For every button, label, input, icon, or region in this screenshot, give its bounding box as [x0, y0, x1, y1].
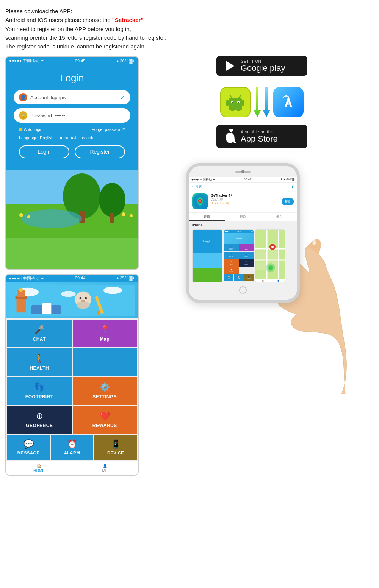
- arrow-dividers: [251, 87, 273, 117]
- banner-svg: [9, 284, 135, 317]
- play-triangle-svg: [224, 60, 236, 72]
- tab-review[interactable]: 评论: [225, 213, 261, 221]
- intro-line2-prefix: Android and IOS users please choose the: [5, 17, 112, 23]
- mini-alarm: ⏰ALM: [234, 274, 243, 281]
- svg-point-33: [238, 102, 239, 103]
- menu-item-device[interactable]: 📱 DEVICE: [94, 435, 137, 460]
- svg-rect-53: [268, 251, 277, 259]
- map-nav-me: 👤: [271, 279, 285, 282]
- forget-password-link[interactable]: Forget password?: [92, 127, 125, 132]
- svg-point-14: [61, 291, 76, 297]
- menu-item-geofence[interactable]: ⊕ GEOFENCE: [7, 406, 72, 434]
- menu-item-map[interactable]: 📍 Map: [73, 320, 137, 347]
- appstore-badge[interactable]: Available on the App Store: [216, 125, 307, 148]
- appstore-page-content: ●●●● 中国移动 ✦ 09:47 ✦ ● 84%▓ < 搜索 ⬆: [189, 177, 297, 284]
- home-button-circle[interactable]: [239, 286, 247, 294]
- appstore-text: Available on the App Store: [241, 129, 278, 144]
- rewards-heart-icon: ❤️: [100, 411, 110, 421]
- left-column: ●●●●● 中国移动 ✦ 09:45 ● 36% ▓+ Login 👤 Acco…: [5, 56, 139, 476]
- menu-item-health[interactable]: 🚶 HEALTH: [7, 348, 72, 376]
- available-on-label: Available on the: [241, 129, 278, 134]
- phone2-status-time: 09:44: [75, 276, 86, 281]
- svg-marker-28: [226, 61, 235, 71]
- geofence-label: GEOFENCE: [26, 423, 53, 428]
- chat-label: CHAT: [33, 337, 46, 342]
- intro-line2: Android and IOS users please choose the …: [5, 16, 374, 24]
- login-header: Login 👤 Account: lgpnpw ✓ 🔒 Password: ••…: [6, 65, 138, 170]
- tab-related[interactable]: 相关: [261, 213, 297, 221]
- me-nav-label: ME: [102, 469, 108, 473]
- mini-chat: 🎤CHAT: [224, 244, 239, 251]
- user-icon: 👤: [19, 93, 27, 101]
- menu-item-footprint[interactable]: 👣 FOOTPRINT: [7, 377, 72, 405]
- svg-rect-15: [17, 298, 26, 312]
- nature-svg: [6, 170, 138, 238]
- menu-item-message[interactable]: 💬 MESSAGE: [7, 435, 50, 460]
- language-label: Language: English: [19, 136, 53, 140]
- as-tab-bar: 详情 评论 相关: [189, 213, 297, 221]
- google-play-badge[interactable]: GET IT ON Google play: [216, 56, 307, 76]
- nav-me[interactable]: 👤 ME: [72, 461, 138, 475]
- phone2-status-right: ● 35% ▓+: [116, 276, 135, 281]
- menu-grid: 🎤 CHAT 📍 Map 🚶 HEALTH 👣: [6, 318, 138, 435]
- svg-point-24: [85, 297, 87, 299]
- mini-footprint: 👣FOOT: [239, 252, 254, 259]
- phone-menu-frame: ●●●●○ 中国移动 ✦ 09:44 ● 35% ▓+: [5, 274, 139, 476]
- login-options: Auto login Forget password?: [14, 126, 130, 133]
- register-button[interactable]: Register: [75, 145, 125, 158]
- intro-line3: You need to register on the APP before y…: [5, 25, 374, 33]
- mini-nav-me: 👤 ME: [239, 282, 254, 282]
- get-app-button[interactable]: 获取: [282, 198, 294, 205]
- svg-point-8: [27, 215, 30, 218]
- svg-rect-40: [237, 109, 240, 111]
- intro-line5: The register code is unique, cannot be r…: [5, 42, 374, 51]
- setracker-icon-svg: [193, 194, 207, 209]
- as-back-button[interactable]: < 搜索: [192, 184, 202, 189]
- microphone-icon: 🎤: [34, 325, 44, 335]
- svg-point-59: [268, 265, 273, 270]
- tab-detail[interactable]: 详情: [189, 213, 225, 221]
- health-icon: 🚶: [34, 354, 44, 363]
- iphone-camera: [241, 170, 244, 173]
- password-field[interactable]: 🔒 Password: ••••••: [14, 108, 130, 123]
- alarm-label: ALARM: [64, 451, 80, 455]
- home-nav-label: HOME: [33, 469, 45, 473]
- mini-nav: 🏠 HOME 👤 ME: [224, 281, 254, 282]
- app-subtitle: 安全守护›: [211, 197, 279, 201]
- as-status-time: 09:47: [244, 178, 251, 182]
- as-status-left: ●●●● 中国移动 ✦: [191, 178, 215, 182]
- svg-point-9: [122, 212, 125, 216]
- geofence-icon: ⊕: [36, 411, 43, 421]
- app-banner: [6, 282, 138, 318]
- auto-login-dot: [19, 128, 22, 131]
- phone1-status-time: 09:45: [75, 59, 86, 63]
- mini-bottom-row: 💬MSG ⏰ALM 📱DEV: [224, 274, 254, 281]
- login-button[interactable]: Login: [19, 145, 69, 158]
- as-share-icon[interactable]: ⬆: [291, 185, 294, 189]
- menu-item-alarm[interactable]: ⏰ ALARM: [51, 435, 93, 460]
- svg-point-22: [77, 301, 90, 309]
- home-nav-icon: 🏠: [37, 464, 41, 468]
- screenshot-1: Login: [192, 229, 222, 282]
- mini-map: 📍Map: [239, 244, 254, 251]
- app-store-label: App Store: [241, 134, 278, 144]
- svg-rect-20: [42, 303, 51, 314]
- nav-home[interactable]: 🏠 HOME: [6, 461, 72, 475]
- apple-logo-icon: [224, 129, 236, 144]
- svg-marker-42: [263, 87, 270, 117]
- menu-item-rewards[interactable]: ❤️ REWARDS: [73, 406, 137, 434]
- menu-item-chat[interactable]: 🎤 CHAT: [7, 320, 72, 347]
- svg-point-4: [99, 183, 125, 217]
- screenshot-3: 🏠 👤: [255, 229, 285, 282]
- iphone-bottom: [189, 296, 297, 300]
- phone-login-frame: ●●●●● 中国移动 ✦ 09:45 ● 36% ▓+ Login 👤 Acco…: [5, 56, 139, 270]
- map-svg: [255, 230, 285, 282]
- android-robot-svg: [226, 92, 245, 112]
- svg-point-6: [21, 209, 82, 228]
- phone-hand-container: ●●●● 中国移动 ✦ 09:47 ✦ ● 84%▓ < 搜索 ⬆: [163, 159, 360, 394]
- menu-item-settings[interactable]: ⚙️ SETTINGS: [73, 377, 137, 405]
- intro-line4: scanning orenter the 15 letters register…: [5, 33, 374, 42]
- account-field[interactable]: 👤 Account: lgpnpw ✓: [14, 90, 130, 104]
- message-icon: 💬: [23, 439, 34, 449]
- map-label: Map: [100, 337, 110, 342]
